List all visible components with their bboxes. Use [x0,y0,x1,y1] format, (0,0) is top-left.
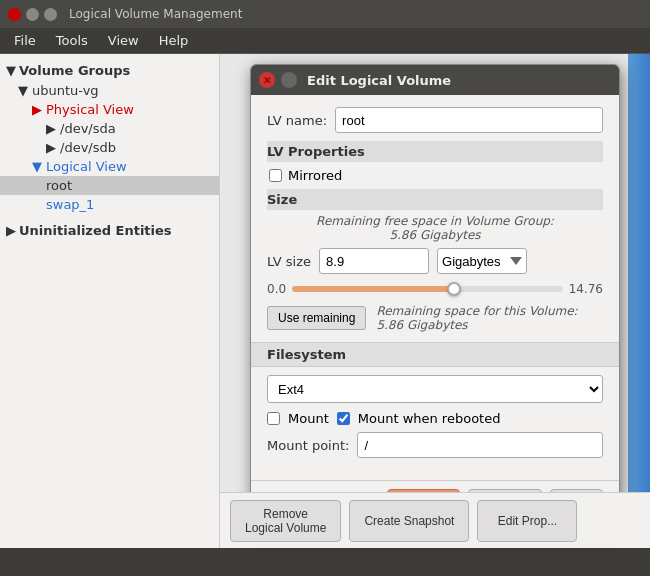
window-maximize-button[interactable] [44,8,57,21]
fs-select-row: Ext4 Ext3 Ext2 XFS Btrfs [267,375,603,403]
window-controls [8,8,57,21]
menu-file[interactable]: File [4,30,46,51]
menu-help[interactable]: Help [149,30,199,51]
sidebar-item-sda[interactable]: ▶ /dev/sda [0,119,219,138]
arrow-right-icon: ▶ [32,102,42,117]
menu-tools[interactable]: Tools [46,30,98,51]
size-slider[interactable] [292,286,563,292]
edit-properties-button[interactable]: Edit Prop... [477,500,577,542]
edit-lv-dialog: ✕ Edit Logical Volume LV name: LV Proper… [250,64,620,529]
size-section-label: Size [267,189,603,210]
lv-size-row: LV size Gigabytes Megabytes Terabytes [267,248,603,274]
volume-groups-label: Volume Groups [19,63,130,78]
sidebar-item-logical-view[interactable]: ▼ Logical View [0,157,219,176]
slider-min-label: 0.0 [267,282,286,296]
mount-point-label: Mount point: [267,438,349,453]
remaining-space-info: Remaining space for this Volume: 5.86 Gi… [376,304,577,332]
dialog-titlebar: ✕ Edit Logical Volume [251,65,619,95]
remove-lv-button[interactable]: Remove Logical Volume [230,500,341,542]
bottom-toolbar: Remove Logical Volume Create Snapshot Ed… [220,492,650,548]
main-layout: ▼ Volume Groups ▼ ubuntu-vg ▶ Physical V… [0,54,650,548]
sidebar: ▼ Volume Groups ▼ ubuntu-vg ▶ Physical V… [0,54,220,548]
remaining-free-space-info: Remaining free space in Volume Group: 5.… [267,214,603,242]
mount-checkbox[interactable] [267,412,280,425]
mount-point-row: Mount point: [267,432,603,458]
lv-name-input[interactable] [335,107,603,133]
modal-overlay: ✕ Edit Logical Volume LV name: LV Proper… [220,54,650,492]
arrow-right-icon-sda: ▶ [46,121,56,136]
window-close-button[interactable] [8,8,21,21]
dialog-close-button[interactable]: ✕ [259,72,275,88]
mount-label: Mount [288,411,329,426]
filesystem-select[interactable]: Ext4 Ext3 Ext2 XFS Btrfs [267,375,603,403]
mirrored-label: Mirrored [288,168,342,183]
create-snapshot-button[interactable]: Create Snapshot [349,500,469,542]
arrow-down-icon-lv: ▼ [32,159,42,174]
lv-name-label: LV name: [267,113,327,128]
arrow-right-icon-sdb: ▶ [46,140,56,155]
menu-view[interactable]: View [98,30,149,51]
window-title: Logical Volume Management [69,7,242,21]
content-area: ✕ Edit Logical Volume LV name: LV Proper… [220,54,650,548]
slider-thumb[interactable] [447,282,461,296]
dialog-body: LV name: LV Properties Mirrored Size Rem… [251,95,619,480]
dialog-title: Edit Logical Volume [307,73,451,88]
slider-max-label: 14.76 [569,282,603,296]
chevron-down-icon-vg: ▼ [18,83,28,98]
lv-size-label: LV size [267,254,311,269]
sidebar-item-physical-view[interactable]: ▶ Physical View [0,100,219,119]
mirrored-checkbox[interactable] [269,169,282,182]
unit-select[interactable]: Gigabytes Megabytes Terabytes [437,248,527,274]
sidebar-item-swap1[interactable]: swap_1 [0,195,219,214]
lv-properties-label: LV Properties [267,141,603,162]
mount-when-rebooted-label: Mount when rebooted [358,411,501,426]
sidebar-item-root[interactable]: root [0,176,219,195]
mount-point-input[interactable] [357,432,603,458]
filesystem-section-label: Filesystem [251,342,619,367]
chevron-down-icon: ▼ [6,63,16,78]
dialog-minimize-button[interactable] [281,72,297,88]
sidebar-item-sdb[interactable]: ▶ /dev/sdb [0,138,219,157]
mount-when-rebooted-checkbox[interactable] [337,412,350,425]
mount-row: Mount Mount when rebooted [267,411,603,426]
window-minimize-button[interactable] [26,8,39,21]
sidebar-section-volume-groups[interactable]: ▼ Volume Groups [0,60,219,81]
use-remaining-button[interactable]: Use remaining [267,306,366,330]
sidebar-section-uninitialized[interactable]: ▶ Uninitialized Entities [0,220,219,241]
sidebar-item-ubuntu-vg[interactable]: ▼ ubuntu-vg [0,81,219,100]
mirrored-row: Mirrored [267,168,603,183]
chevron-right-icon-uninit: ▶ [6,223,16,238]
menu-bar: File Tools View Help [0,28,650,54]
lv-name-row: LV name: [267,107,603,133]
size-slider-row: 0.0 14.76 [267,282,603,296]
lv-size-input[interactable] [319,248,429,274]
title-bar: Logical Volume Management [0,0,650,28]
use-remaining-row: Use remaining Remaining space for this V… [267,304,603,332]
